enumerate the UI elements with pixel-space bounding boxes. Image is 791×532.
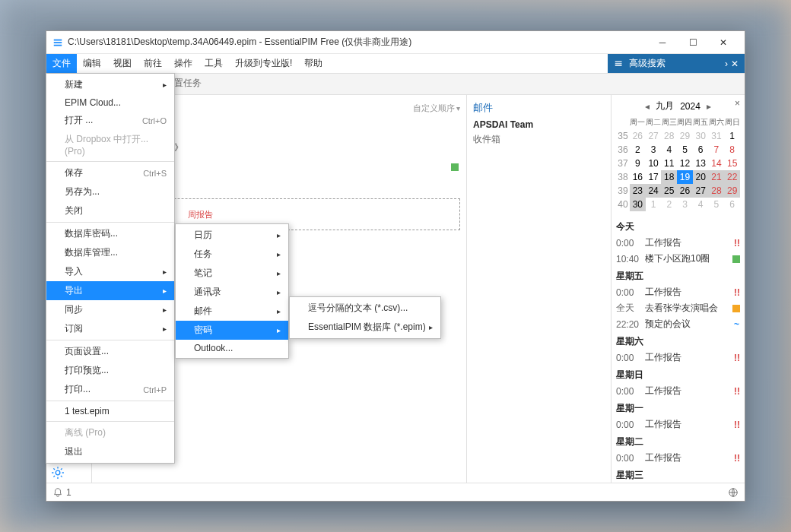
- cal-day[interactable]: 12: [677, 157, 693, 170]
- menu-item[interactable]: 同步▸: [46, 300, 174, 319]
- menu-视图[interactable]: 视图: [107, 54, 138, 73]
- mail-account[interactable]: APSDAI Team: [473, 119, 605, 130]
- cal-day[interactable]: 28: [709, 184, 725, 198]
- cal-day[interactable]: 20: [693, 170, 709, 184]
- menu-文件[interactable]: 文件: [46, 54, 77, 73]
- cal-month[interactable]: 九月: [656, 100, 674, 112]
- menu-item[interactable]: 通讯录▸: [176, 283, 288, 302]
- cal-day[interactable]: 29: [724, 184, 740, 198]
- agenda-row[interactable]: 0:00工作报告!!: [616, 450, 740, 466]
- menu-item[interactable]: EPIM Cloud...: [46, 94, 174, 111]
- agenda-row[interactable]: 0:00工作报告!!: [616, 350, 740, 366]
- cal-day[interactable]: 23: [630, 184, 646, 198]
- cal-day[interactable]: 2: [630, 143, 646, 157]
- cal-day[interactable]: 3: [646, 143, 662, 157]
- menu-item[interactable]: Outlook...: [176, 340, 288, 356]
- cal-day[interactable]: 15: [724, 157, 740, 170]
- agenda-row[interactable]: 0:00工作报告!!: [616, 284, 740, 300]
- cal-day[interactable]: 24: [646, 184, 662, 198]
- cal-day[interactable]: 1: [724, 129, 740, 143]
- cal-day[interactable]: 22: [724, 170, 740, 184]
- cal-day[interactable]: 2: [661, 198, 677, 211]
- cal-day[interactable]: 7: [709, 143, 725, 157]
- menu-item[interactable]: 笔记▸: [176, 264, 288, 283]
- menu-item[interactable]: 新建▸: [46, 75, 174, 94]
- cal-day[interactable]: 4: [661, 143, 677, 157]
- cal-day[interactable]: 3: [677, 198, 693, 211]
- agenda-row[interactable]: 全天去看张学友演唱会: [616, 300, 740, 316]
- menu-item[interactable]: 任务▸: [176, 245, 288, 264]
- menu-item[interactable]: 打印...Ctrl+P: [46, 380, 174, 399]
- cal-year[interactable]: 2024: [680, 101, 700, 112]
- close-button[interactable]: ✕: [708, 32, 739, 53]
- menu-前往[interactable]: 前往: [138, 54, 168, 73]
- cal-day[interactable]: 19: [677, 170, 693, 184]
- cal-day[interactable]: 5: [677, 143, 693, 157]
- cal-day[interactable]: 26: [677, 184, 693, 198]
- menu-item[interactable]: 页面设置...: [46, 342, 174, 361]
- minimize-button[interactable]: ─: [647, 32, 678, 53]
- cal-day[interactable]: 5: [709, 198, 725, 211]
- menu-item[interactable]: 导入▸: [46, 262, 174, 281]
- cal-day[interactable]: 1: [646, 198, 662, 211]
- agenda-row[interactable]: 0:00工作报告!!: [616, 416, 740, 432]
- mail-inbox[interactable]: 收件箱: [473, 133, 605, 146]
- cal-day[interactable]: 6: [724, 198, 740, 211]
- menu-item[interactable]: 关闭: [46, 201, 174, 220]
- agenda-row[interactable]: 0:00工作报告!!: [616, 235, 740, 251]
- agenda-row[interactable]: 0:00工作报告!!: [616, 383, 740, 399]
- cal-day[interactable]: 10: [646, 157, 662, 170]
- cal-day[interactable]: 18: [661, 170, 677, 184]
- menu-item[interactable]: 密码▸: [176, 321, 288, 340]
- gear-icon[interactable]: [51, 466, 65, 480]
- dropdown-icon[interactable]: ▾: [456, 104, 460, 112]
- menu-帮助[interactable]: 帮助: [298, 54, 329, 73]
- menu-item[interactable]: 订阅▸: [46, 319, 174, 338]
- cal-day[interactable]: 27: [693, 184, 709, 198]
- menu-item[interactable]: 另存为...: [46, 182, 174, 201]
- maximize-button[interactable]: ☐: [678, 32, 708, 53]
- cal-day[interactable]: 14: [709, 157, 725, 170]
- cal-day[interactable]: 4: [693, 198, 709, 211]
- search-box[interactable]: 高级搜索›✕: [608, 54, 745, 73]
- cal-day[interactable]: 21: [709, 170, 725, 184]
- cal-day[interactable]: 31: [709, 129, 725, 143]
- cal-day[interactable]: 6: [693, 143, 709, 157]
- agenda-row[interactable]: 10:40楼下小区跑10圈: [616, 251, 740, 267]
- cal-day[interactable]: 9: [630, 157, 646, 170]
- menu-item[interactable]: 邮件▸: [176, 302, 288, 321]
- cal-day[interactable]: 11: [661, 157, 677, 170]
- menu-item[interactable]: 打印预览...: [46, 361, 174, 380]
- menu-item[interactable]: 打开 ...Ctrl+O: [46, 111, 174, 130]
- globe-icon[interactable]: [728, 487, 739, 498]
- cal-prev-button[interactable]: ◂: [645, 101, 650, 112]
- cal-day[interactable]: 28: [661, 129, 677, 143]
- cal-day[interactable]: 30: [630, 198, 646, 211]
- cal-day[interactable]: 26: [630, 129, 646, 143]
- menu-item[interactable]: 1 test.epim: [46, 403, 174, 420]
- menu-item[interactable]: 退出: [46, 442, 174, 461]
- menu-item[interactable]: 导出▸: [46, 281, 174, 300]
- menu-item[interactable]: 保存Ctrl+S: [46, 163, 174, 182]
- cal-day[interactable]: 16: [630, 170, 646, 184]
- menu-item[interactable]: 日历▸: [176, 226, 288, 245]
- menu-item[interactable]: 数据库管理...: [46, 243, 174, 262]
- menu-工具[interactable]: 工具: [199, 54, 229, 73]
- cal-next-button[interactable]: ▸: [707, 101, 711, 112]
- cal-day[interactable]: 27: [646, 129, 662, 143]
- cal-day[interactable]: 8: [724, 143, 740, 157]
- menu-item[interactable]: EssentialPIM 数据库 (*.epim)▸: [290, 318, 440, 337]
- cal-close-button[interactable]: ×: [735, 98, 740, 109]
- menu-升级到专业版![interactable]: 升级到专业版!: [229, 54, 298, 73]
- cal-day[interactable]: 17: [646, 170, 662, 184]
- menu-item[interactable]: 逗号分隔的文本 (*.csv)...: [290, 299, 440, 318]
- bell-icon[interactable]: [52, 487, 63, 498]
- tasks-sort[interactable]: 自定义顺序: [413, 103, 455, 114]
- menu-编辑[interactable]: 编辑: [77, 54, 107, 73]
- menu-操作[interactable]: 操作: [168, 54, 199, 73]
- cal-day[interactable]: 29: [677, 129, 693, 143]
- cal-day[interactable]: 30: [693, 129, 709, 143]
- cal-day[interactable]: 13: [693, 157, 709, 170]
- agenda-row[interactable]: 22:20预定的会议~: [616, 316, 740, 332]
- menu-item[interactable]: 数据库密码...: [46, 224, 174, 243]
